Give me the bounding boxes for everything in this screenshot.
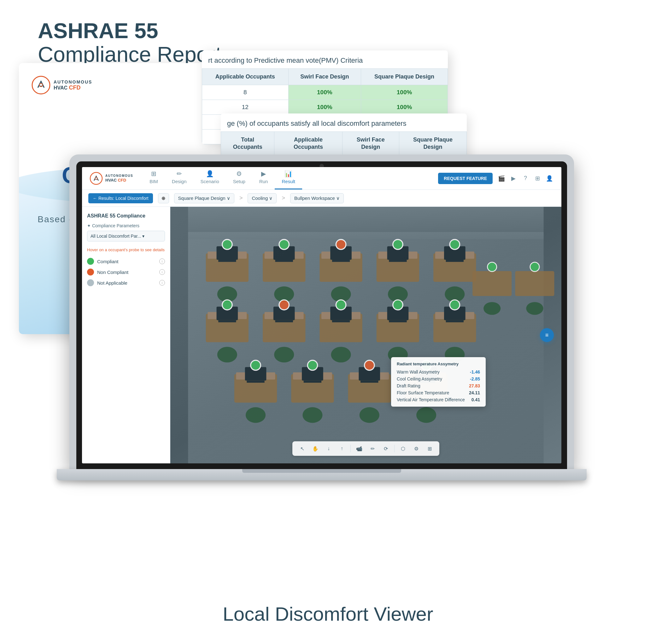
laptop-screen-outer: AUTONOMOUS HVAC CFD ⊞ xyxy=(69,155,574,469)
result-icon: 📊 xyxy=(284,170,292,178)
svg-point-95 xyxy=(487,262,497,271)
compliant-info-icon[interactable]: i xyxy=(159,258,165,264)
nav-tab-setup[interactable]: ⚙ Setup xyxy=(226,167,252,189)
app-content: ASHRAE 55 Compliance ✦ Compliance Parame… xyxy=(82,207,561,463)
hover-instruction: Hover on a occupant's probe to see detai… xyxy=(87,247,165,253)
workspace-dropdown[interactable]: Bullpen Workspace ∨ xyxy=(290,193,344,203)
svg-point-44 xyxy=(222,300,233,310)
cover-logo-text: AUTONOMOUS HVAC CFD xyxy=(53,79,92,91)
svg-point-32 xyxy=(393,239,403,250)
table2-col0-header: Total Occupants xyxy=(221,132,275,155)
bottom-label: Local Discomfort Viewer xyxy=(223,603,433,625)
nav-tab-bim[interactable]: ⊞ BIM xyxy=(143,167,165,189)
adjust-button[interactable]: ⊕ xyxy=(158,193,169,203)
laptop-screen-content: AUTONOMOUS HVAC CFD ⊞ xyxy=(82,167,561,463)
floating-action-button[interactable]: ≡ xyxy=(540,328,554,342)
table1-r1-col2: 100% xyxy=(361,100,448,114)
toolbar-sep-1: > xyxy=(239,195,243,202)
svg-point-0 xyxy=(32,76,50,94)
svg-point-89 xyxy=(416,407,436,423)
svg-point-47 xyxy=(274,347,294,363)
svg-point-71 xyxy=(246,407,266,423)
sidebar-section-title: ASHRAE 55 Compliance xyxy=(87,213,165,219)
tooltip-label-3: Draft Rating xyxy=(397,383,420,388)
svg-point-14 xyxy=(222,239,233,250)
cooling-dropdown[interactable]: Cooling ∨ xyxy=(247,193,277,203)
table1-title: rt according to Predictive mean vote(PMV… xyxy=(202,50,448,68)
tooltip-row-4: Floor Surface Temperature 24.11 xyxy=(397,390,480,395)
request-feature-button[interactable]: REQUEST FEATURE xyxy=(438,173,493,184)
svg-rect-67 xyxy=(446,320,464,322)
nav-tab-result[interactable]: 📊 Result xyxy=(275,167,302,189)
svg-rect-79 xyxy=(304,381,321,383)
settings-icon[interactable]: ⚙ xyxy=(412,444,421,453)
table2-col3-header: Square Plaque Design xyxy=(399,132,467,155)
compliant-dot-icon xyxy=(87,258,94,265)
hand-tool-icon[interactable]: ✋ xyxy=(311,444,320,453)
svg-point-80 xyxy=(307,360,318,370)
app-viewport[interactable]: Radiant temperature Assymetry Warm Wall … xyxy=(170,207,561,463)
svg-point-50 xyxy=(279,300,289,310)
nav-tab-design[interactable]: ✏ Design xyxy=(165,167,194,189)
svg-rect-25 xyxy=(332,260,350,262)
app-sidebar: ASHRAE 55 Compliance ✦ Compliance Parame… xyxy=(82,207,170,463)
nav-tab-run[interactable]: ▶ Run xyxy=(252,167,275,189)
cover-logo-hvaccfd: HVAC CFD xyxy=(53,85,92,91)
svg-point-53 xyxy=(331,347,351,363)
back-button[interactable]: ← Results: Local Discomfort xyxy=(88,193,153,203)
svg-point-26 xyxy=(336,239,346,250)
svg-point-38 xyxy=(450,239,460,250)
grid-icon[interactable]: ⊞ xyxy=(425,444,434,453)
svg-point-56 xyxy=(336,300,346,310)
tooltip-row-5: Vertical Air Temperature Difference 0.41 xyxy=(397,397,480,402)
main-container: ASHRAE 55 Compliance Report AUTONOMOUS H… xyxy=(0,0,656,644)
svg-rect-55 xyxy=(332,320,350,322)
table1-row-1: 12 100% 100% xyxy=(202,100,448,114)
sidebar-param-select[interactable]: All Local Discomfort Par... ▾ xyxy=(87,231,165,242)
table2-title: ge (%) of occupants satisfy all local di… xyxy=(221,114,467,132)
sidebar-param-title: ✦ Compliance Parameters xyxy=(87,223,165,228)
tooltip-val-1: -1.46 xyxy=(470,369,480,374)
app-logo-icon xyxy=(90,172,103,185)
pencil-icon[interactable]: ✏ xyxy=(368,444,377,453)
legend-item-non-compliant: Non Compliant i xyxy=(87,269,165,276)
svg-rect-85 xyxy=(360,381,378,383)
expand-icon[interactable]: ⊞ xyxy=(533,174,542,183)
play-icon[interactable]: ▶ xyxy=(509,174,518,183)
svg-point-94 xyxy=(483,302,501,315)
design-icon: ✏ xyxy=(177,170,182,178)
move-up-icon[interactable]: ↑ xyxy=(337,444,347,453)
not-applicable-info-icon[interactable]: i xyxy=(159,280,165,285)
table1-r1-col1: 100% xyxy=(288,100,361,114)
video-icon[interactable]: 📹 xyxy=(354,444,364,453)
tooltip-label-1: Warm Wall Assymetry xyxy=(397,369,440,374)
tooltip-row-2: Cool Ceiling Assymetry -2.85 xyxy=(397,376,480,382)
viewport-toolbar: ↖ ✋ ↓ ↑ 📹 ✏ ⟳ xyxy=(292,441,439,456)
svg-rect-31 xyxy=(389,260,407,262)
cursor-tool-icon[interactable]: ↖ xyxy=(298,444,307,453)
viewport-3d-scene: Radiant temperature Assymetry Warm Wall … xyxy=(170,207,561,463)
nav-right: REQUEST FEATURE 🎬 ▶ ? ⊞ 👤 xyxy=(438,173,554,184)
design-dropdown[interactable]: Square Plaque Design ∨ xyxy=(174,193,234,203)
help-icon[interactable]: ? xyxy=(521,174,530,183)
tooltip-val-3: 27.83 xyxy=(469,383,480,388)
svg-rect-73 xyxy=(247,381,264,383)
cover-logo-autonomous: AUTONOMOUS xyxy=(53,79,92,85)
data-tooltip: Radiant temperature Assymetry Warm Wall … xyxy=(391,357,486,407)
user-icon[interactable]: 👤 xyxy=(545,174,554,183)
nav-tab-scenario[interactable]: 👤 Scenario xyxy=(194,167,226,189)
cover-logo: AUTONOMOUS HVAC CFD xyxy=(31,76,92,95)
title-line1: ASHRAE 55 xyxy=(38,19,221,43)
svg-rect-13 xyxy=(218,260,236,262)
table1-r0-col1: 100% xyxy=(288,85,361,100)
svg-point-83 xyxy=(359,407,379,423)
table1-r0-col0: 8 xyxy=(202,85,289,100)
svg-point-86 xyxy=(364,360,374,370)
non-compliant-info-icon[interactable]: i xyxy=(159,269,165,275)
table1-col2-header: Square Plaque Design xyxy=(361,68,448,85)
svg-point-98 xyxy=(530,262,539,271)
rotate-icon[interactable]: ⟳ xyxy=(381,444,390,453)
move-down-icon[interactable]: ↓ xyxy=(324,444,333,453)
camera-icon[interactable]: 🎬 xyxy=(497,174,506,183)
nodes-icon[interactable]: ⬡ xyxy=(398,444,408,453)
